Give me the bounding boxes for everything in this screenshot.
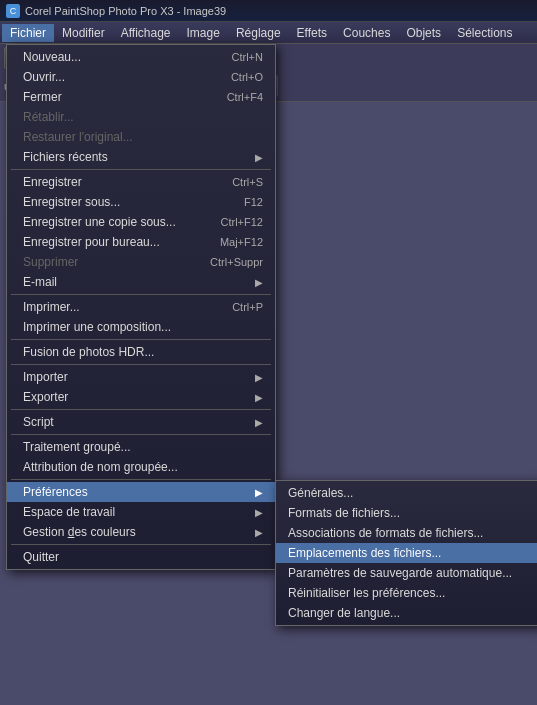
menu-imprimer-label: Imprimer...: [23, 300, 80, 314]
sep6: [11, 434, 271, 435]
sep7: [11, 479, 271, 480]
menu-retablir-label: Rétablir...: [23, 110, 74, 124]
email-arrow: ▶: [255, 277, 263, 288]
menu-exporter-label: Exporter: [23, 390, 68, 404]
gestion-couleurs-arrow: ▶: [255, 527, 263, 538]
pref-generales-label: Générales...: [288, 486, 353, 500]
menu-fichier[interactable]: Fichier: [2, 24, 54, 42]
preferences-arrow: ▶: [255, 487, 263, 498]
menu-ouvrir-shortcut: Ctrl+O: [231, 71, 263, 83]
pref-associations[interactable]: Associations de formats de fichiers...: [276, 523, 537, 543]
menu-nouveau-label: Nouveau...: [23, 50, 81, 64]
script-arrow: ▶: [255, 417, 263, 428]
menu-supprimer-label: Supprimer: [23, 255, 78, 269]
menu-enregistrer-bureau[interactable]: Enregistrer pour bureau... Maj+F12: [7, 232, 275, 252]
menu-ouvrir[interactable]: Ouvrir... Ctrl+O: [7, 67, 275, 87]
menu-selections[interactable]: Sélections: [449, 24, 520, 42]
pref-associations-label: Associations de formats de fichiers...: [288, 526, 483, 540]
menu-fusion-hdr-label: Fusion de photos HDR...: [23, 345, 154, 359]
menu-ouvrir-label: Ouvrir...: [23, 70, 65, 84]
sep8: [11, 544, 271, 545]
menu-preferences-label: Préférences: [23, 485, 88, 499]
menu-restaurer-label: Restaurer l'original...: [23, 130, 133, 144]
menu-quitter-label: Quitter: [23, 550, 59, 564]
title-bar: C Corel PaintShop Photo Pro X3 - Image39: [0, 0, 537, 22]
menu-bar: Fichier Modifier Affichage Image Réglage…: [0, 22, 537, 44]
menu-fichiers-recents-label: Fichiers récents: [23, 150, 108, 164]
menu-enregistrer-copie[interactable]: Enregistrer une copie sous... Ctrl+F12: [7, 212, 275, 232]
pref-reinitialiser[interactable]: Réinitialiser les préférences...: [276, 583, 537, 603]
menu-email[interactable]: E-mail ▶: [7, 272, 275, 292]
pref-parametres-sauvegarde[interactable]: Paramètres de sauvegarde automatique...: [276, 563, 537, 583]
menu-enregistrer-copie-label: Enregistrer une copie sous...: [23, 215, 176, 229]
espace-travail-arrow: ▶: [255, 507, 263, 518]
pref-emplacements[interactable]: Emplacements des fichiers...: [276, 543, 537, 563]
menu-enregistrer-sous-label: Enregistrer sous...: [23, 195, 120, 209]
menu-attribution-nom[interactable]: Attribution de nom groupée...: [7, 457, 275, 477]
menu-enregistrer-bureau-shortcut: Maj+F12: [220, 236, 263, 248]
menu-gestion-couleurs-label: Gestion des couleurs: [23, 525, 136, 539]
menu-quitter[interactable]: Quitter: [7, 547, 275, 567]
title-text: Corel PaintShop Photo Pro X3 - Image39: [25, 5, 226, 17]
exporter-arrow: ▶: [255, 392, 263, 403]
menu-objets[interactable]: Objets: [398, 24, 449, 42]
menu-traitement-groupe[interactable]: Traitement groupé...: [7, 437, 275, 457]
menu-fichiers-recents[interactable]: Fichiers récents ▶: [7, 147, 275, 167]
pref-reinitialiser-label: Réinitialiser les préférences...: [288, 586, 445, 600]
sep5: [11, 409, 271, 410]
menu-imprimer-composition[interactable]: Imprimer une composition...: [7, 317, 275, 337]
menu-reglage[interactable]: Réglage: [228, 24, 289, 42]
menu-attribution-nom-label: Attribution de nom groupée...: [23, 460, 178, 474]
fichier-dropdown: Nouveau... Ctrl+N Ouvrir... Ctrl+O Ferme…: [6, 44, 276, 570]
menu-script[interactable]: Script ▶: [7, 412, 275, 432]
menu-nouveau[interactable]: Nouveau... Ctrl+N: [7, 47, 275, 67]
menu-fermer-shortcut: Ctrl+F4: [227, 91, 263, 103]
app-icon: C: [6, 4, 20, 18]
menu-importer-label: Importer: [23, 370, 68, 384]
menu-email-label: E-mail: [23, 275, 57, 289]
importer-arrow: ▶: [255, 372, 263, 383]
menu-supprimer-shortcut: Ctrl+Suppr: [210, 256, 263, 268]
menu-enregistrer-bureau-label: Enregistrer pour bureau...: [23, 235, 160, 249]
menu-espace-travail-label: Espace de travail: [23, 505, 115, 519]
menu-restaurer: Restaurer l'original...: [7, 127, 275, 147]
menu-traitement-groupe-label: Traitement groupé...: [23, 440, 131, 454]
menu-exporter[interactable]: Exporter ▶: [7, 387, 275, 407]
pref-parametres-sauvegarde-label: Paramètres de sauvegarde automatique...: [288, 566, 512, 580]
menu-enregistrer-sous[interactable]: Enregistrer sous... F12: [7, 192, 275, 212]
menu-effets[interactable]: Effets: [289, 24, 335, 42]
menu-fermer-label: Fermer: [23, 90, 62, 104]
menu-image[interactable]: Image: [179, 24, 228, 42]
menu-affichage[interactable]: Affichage: [113, 24, 179, 42]
menu-couches[interactable]: Couches: [335, 24, 398, 42]
menu-espace-travail[interactable]: Espace de travail ▶: [7, 502, 275, 522]
pref-formats-fichiers[interactable]: Formats de fichiers...: [276, 503, 537, 523]
preferences-dropdown: Générales... Formats de fichiers... Asso…: [275, 480, 537, 626]
menu-enregistrer[interactable]: Enregistrer Ctrl+S: [7, 172, 275, 192]
pref-generales[interactable]: Générales...: [276, 483, 537, 503]
menu-fermer[interactable]: Fermer Ctrl+F4: [7, 87, 275, 107]
menu-script-label: Script: [23, 415, 54, 429]
menu-imprimer[interactable]: Imprimer... Ctrl+P: [7, 297, 275, 317]
menu-gestion-couleurs[interactable]: Gestion des couleurs ▶: [7, 522, 275, 542]
menu-supprimer: Supprimer Ctrl+Suppr: [7, 252, 275, 272]
menu-enregistrer-copie-shortcut: Ctrl+F12: [221, 216, 264, 228]
sep4: [11, 364, 271, 365]
menu-retablir: Rétablir...: [7, 107, 275, 127]
pref-changer-langue[interactable]: Changer de langue...: [276, 603, 537, 623]
fichiers-recents-arrow: ▶: [255, 152, 263, 163]
menu-enregistrer-label: Enregistrer: [23, 175, 82, 189]
sep3: [11, 339, 271, 340]
menu-preferences[interactable]: Préférences ▶: [7, 482, 275, 502]
menu-modifier[interactable]: Modifier: [54, 24, 113, 42]
sep1: [11, 169, 271, 170]
menu-fusion-hdr[interactable]: Fusion de photos HDR...: [7, 342, 275, 362]
menu-importer[interactable]: Importer ▶: [7, 367, 275, 387]
sep2: [11, 294, 271, 295]
menu-nouveau-shortcut: Ctrl+N: [232, 51, 263, 63]
pref-formats-fichiers-label: Formats de fichiers...: [288, 506, 400, 520]
pref-emplacements-label: Emplacements des fichiers...: [288, 546, 441, 560]
menu-enregistrer-sous-shortcut: F12: [244, 196, 263, 208]
pref-changer-langue-label: Changer de langue...: [288, 606, 400, 620]
menu-enregistrer-shortcut: Ctrl+S: [232, 176, 263, 188]
